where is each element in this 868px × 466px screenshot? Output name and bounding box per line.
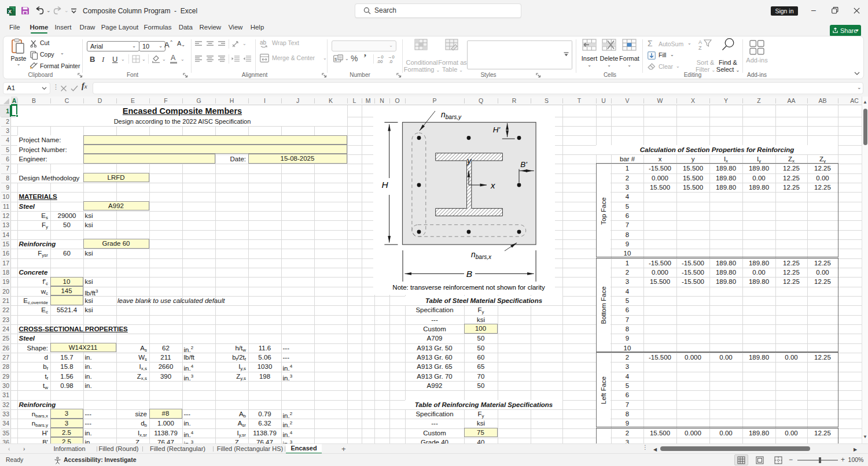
svg-text:x: x (490, 180, 495, 190)
svg-text:B: B (466, 269, 472, 279)
svg-text:nbars,y: nbars,y (441, 110, 462, 120)
svg-text:.0: .0 (389, 59, 392, 64)
svg-text:ab: ab (260, 39, 267, 46)
svg-text:H': H' (493, 125, 501, 134)
svg-text:B': B' (520, 160, 527, 169)
svg-text:X: X (8, 9, 12, 14)
svg-text:H: H (381, 180, 388, 190)
svg-text:nbars,x: nbars,x (471, 250, 492, 260)
svg-text:Note: transverse reinforcement: Note: transverse reinforcement not shown… (392, 284, 545, 291)
svg-text:.00: .00 (377, 59, 382, 64)
svg-text:A: A (698, 39, 702, 45)
svg-text:Z: Z (698, 45, 702, 51)
svg-text:$: $ (334, 57, 337, 62)
